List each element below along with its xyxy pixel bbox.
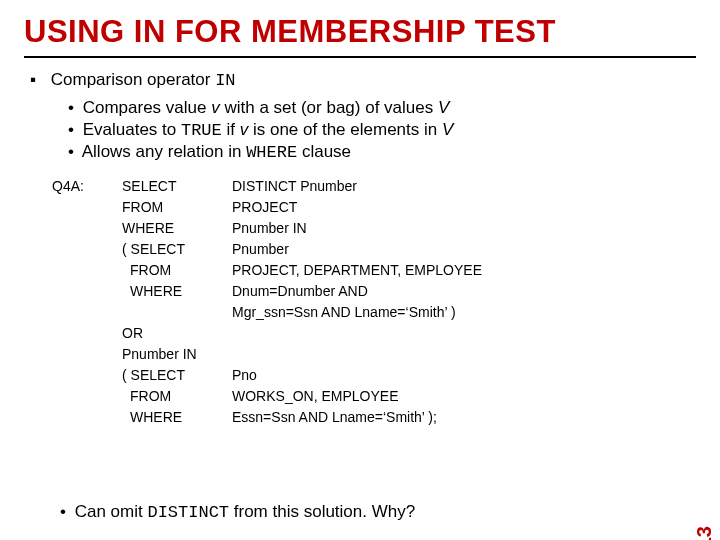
- outro-post: from this solution. Why?: [229, 502, 415, 521]
- kw-subselect: ( SELECT: [122, 239, 232, 260]
- dot-bullet-icon: •: [68, 120, 74, 139]
- kw-from: FROM: [130, 260, 232, 281]
- b2b-mid: if: [222, 120, 240, 139]
- b2a-V: V: [438, 98, 449, 117]
- bullet-outro: • Can omit DISTINCT from this solution. …: [60, 502, 415, 522]
- arg: WORKS_ON, EMPLOYEE: [232, 386, 398, 407]
- query-row: FROM PROJECT: [52, 197, 696, 218]
- square-bullet-icon: ▪: [28, 70, 38, 90]
- page-number: 13: [693, 526, 716, 540]
- query-row: Mgr_ssn=Ssn AND Lname=‘Smith’ ): [52, 302, 696, 323]
- b2c-code: WHERE: [246, 143, 297, 162]
- bullet-level1: ▪ Comparison operator IN: [28, 70, 696, 90]
- title-rule: [24, 56, 696, 58]
- b2b-mid2: is one of the elements in: [248, 120, 442, 139]
- b2c-pre: Allows any relation in: [82, 142, 246, 161]
- kw-select: SELECT: [122, 176, 232, 197]
- slide-title: USING IN FOR MEMBERSHIP TEST: [24, 14, 696, 50]
- kw-from: FROM: [130, 386, 232, 407]
- query-row: Q4A: SELECT DISTINCT Pnumber: [52, 176, 696, 197]
- bullet2-c: • Allows any relation in WHERE clause: [68, 142, 696, 162]
- bullet2-b: • Evaluates to TRUE if v is one of the e…: [68, 120, 696, 140]
- kw-from: FROM: [122, 197, 232, 218]
- b2c-post: clause: [297, 142, 351, 161]
- bullet-level2-group: • Compares value v with a set (or bag) o…: [68, 98, 696, 162]
- query-row: WHERE Pnumber IN: [52, 218, 696, 239]
- kw-where: WHERE: [122, 218, 232, 239]
- kw-where: WHERE: [130, 281, 232, 302]
- query-row: ( SELECT Pnumber: [52, 239, 696, 260]
- query-row: OR: [52, 323, 696, 344]
- dot-bullet-icon: •: [68, 98, 74, 117]
- b2a-pre: Compares value: [83, 98, 212, 117]
- query-row: WHERE Dnum=Dnumber AND: [52, 281, 696, 302]
- b2b-V: V: [442, 120, 453, 139]
- arg: DISTINCT Pnumber: [232, 176, 357, 197]
- query-row: Pnumber IN: [52, 344, 696, 365]
- arg: Pnumber IN: [232, 218, 307, 239]
- slide: USING IN FOR MEMBERSHIP TEST ▪ Compariso…: [0, 0, 720, 540]
- arg: Dnum=Dnumber AND: [232, 281, 368, 302]
- dot-bullet-icon: •: [68, 142, 74, 161]
- query-row: WHERE Essn=Ssn AND Lname=‘Smith’ );: [52, 407, 696, 428]
- arg: Pnumber IN: [122, 344, 197, 365]
- b2b-code: TRUE: [181, 121, 222, 140]
- bullet1-text: Comparison operator: [51, 70, 215, 89]
- query-row: FROM PROJECT, DEPARTMENT, EMPLOYEE: [52, 260, 696, 281]
- arg: Pno: [232, 365, 257, 386]
- arg: PROJECT, DEPARTMENT, EMPLOYEE: [232, 260, 482, 281]
- bullet1-code: IN: [215, 71, 235, 90]
- bullet2-a: • Compares value v with a set (or bag) o…: [68, 98, 696, 118]
- arg: PROJECT: [232, 197, 297, 218]
- b2a-v: v: [211, 98, 220, 117]
- outro-code: DISTINCT: [147, 503, 229, 522]
- kw-or: OR: [122, 323, 232, 344]
- dot-bullet-icon: •: [60, 502, 66, 521]
- arg: Pnumber: [232, 239, 289, 260]
- kw-subselect: ( SELECT: [122, 365, 232, 386]
- query-row: ( SELECT Pno: [52, 365, 696, 386]
- b2b-pre: Evaluates to: [83, 120, 181, 139]
- b2a-mid: with a set (or bag) of values: [220, 98, 438, 117]
- outro-pre: Can omit: [75, 502, 148, 521]
- kw-where: WHERE: [130, 407, 232, 428]
- query-label: Q4A:: [52, 176, 122, 197]
- query-row: FROM WORKS_ON, EMPLOYEE: [52, 386, 696, 407]
- sql-query-block: Q4A: SELECT DISTINCT Pnumber FROM PROJEC…: [52, 176, 696, 428]
- b2b-v: v: [240, 120, 249, 139]
- arg: Mgr_ssn=Ssn AND Lname=‘Smith’ ): [232, 302, 456, 323]
- arg: Essn=Ssn AND Lname=‘Smith’ );: [232, 407, 437, 428]
